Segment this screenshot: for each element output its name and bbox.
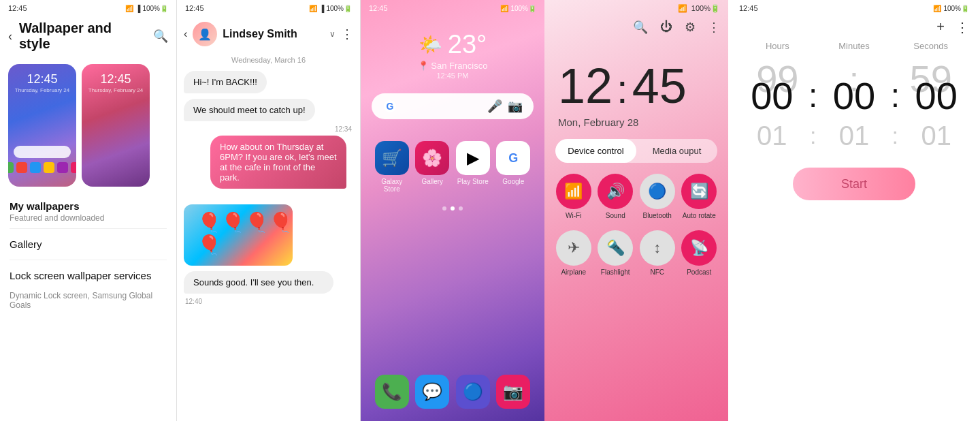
app-google[interactable]: G Google xyxy=(496,141,532,193)
back-button-1[interactable]: ‹ xyxy=(8,29,12,44)
timer-start-label: Start xyxy=(841,177,867,191)
google-icon: G xyxy=(496,141,530,175)
app-samsung[interactable]: 🔵 xyxy=(455,375,491,409)
preview-date-left: Thursday, February 24 xyxy=(15,87,69,93)
app-camera[interactable]: 📷 xyxy=(496,375,532,409)
balloons-emoji: 🎈🎈🎈🎈🎈 xyxy=(197,211,293,256)
preview-left[interactable]: 12:45 Thursday, February 24 xyxy=(8,64,76,187)
msg-time-2: 12:39 xyxy=(177,193,360,202)
msg-back-button[interactable]: ‹ xyxy=(184,28,187,40)
quick-flashlight[interactable]: 🔦 Flashlight xyxy=(598,230,634,276)
status-bar-3: 12:45 📶 100%🔋 xyxy=(361,0,544,16)
timer-add-button[interactable]: + xyxy=(936,19,945,35)
weather-temp: 23° xyxy=(448,30,487,59)
timer-status-icons: 📶 100%🔋 xyxy=(933,5,969,12)
lock-wifi-icon: 📶 xyxy=(678,4,687,13)
wifi-icon-2: 📶 xyxy=(309,5,317,12)
tab-device-control[interactable]: Device control xyxy=(555,139,636,163)
galaxy-store-label: Galaxy Store xyxy=(374,178,410,193)
timer-next-hours: 01 xyxy=(739,121,805,151)
phone-icon: 📞 xyxy=(375,375,409,409)
preview-search-left xyxy=(14,146,71,158)
msg-more-button[interactable]: ⋮ xyxy=(341,27,353,42)
quick-autorotate[interactable]: 🔄 Auto rotate xyxy=(681,174,718,219)
quick-airplane[interactable]: ✈ Airplane xyxy=(555,230,592,276)
preview-right[interactable]: 12:45 Thursday, February 24 xyxy=(82,64,150,187)
quick-sound[interactable]: 🔊 Sound xyxy=(598,174,634,219)
lens-icon[interactable]: 📷 xyxy=(508,99,523,114)
quick-podcast-label: Podcast xyxy=(687,268,711,276)
galaxy-store-icon: 🛒 xyxy=(375,141,409,175)
lock-date: Mon, February 28 xyxy=(544,114,728,128)
gallery-menu-item[interactable]: Gallery xyxy=(0,229,176,260)
search-button-1[interactable]: 🔍 xyxy=(153,29,168,44)
lockscreen-menu-item[interactable]: Lock screen wallpaper services xyxy=(0,260,176,291)
app-phone[interactable]: 📞 xyxy=(374,375,410,409)
messages-container: Wednesday, March 16 Hi~! I'm BACK!!! We … xyxy=(177,52,360,421)
timer-next-minutes: 01 xyxy=(821,121,887,151)
mini-icon-1 xyxy=(8,162,14,173)
lock-hour: 12 xyxy=(558,58,612,114)
timer-more-button[interactable]: ⋮ xyxy=(956,19,969,35)
mic-icon[interactable]: 🎤 xyxy=(487,99,502,114)
col-minutes-label: Minutes xyxy=(816,41,893,51)
battery-icon-2: 100%🔋 xyxy=(326,5,352,12)
preview-date-right: Thursday, February 24 xyxy=(88,87,143,93)
quick-autorotate-circle: 🔄 xyxy=(681,174,717,209)
app-gallery[interactable]: 🌸 Gallery xyxy=(415,141,451,193)
my-wallpapers-sub: Featured and downloaded xyxy=(0,213,176,228)
lock-quick-icons-row2: ✈ Airplane 🔦 Flashlight ↕ NFC 📡 Podcast xyxy=(544,230,728,287)
lock-settings-icon[interactable]: ⚙ xyxy=(685,20,696,35)
play-store-icon: ▶ xyxy=(456,141,490,175)
timer-main-colon1: : xyxy=(805,77,821,114)
lock-more-icon[interactable]: ⋮ xyxy=(708,20,720,35)
quick-bluetooth-label: Bluetooth xyxy=(643,212,672,219)
timer-battery-icon: 100%🔋 xyxy=(943,5,969,12)
weather-row: 🌤️ 23° xyxy=(419,30,487,59)
messages-icon: 💬 xyxy=(415,375,449,409)
panel-header-1: ‹ Wallpaper and style 🔍 xyxy=(0,16,176,59)
msg-bubble-4: Sounds good. I'll see you then. xyxy=(184,271,333,294)
quick-podcast[interactable]: 📡 Podcast xyxy=(681,230,718,276)
lock-quick-icons-row1: 📶 Wi-Fi 🔊 Sound 🔵 Bluetooth 🔄 Auto rotat… xyxy=(544,163,728,230)
app-messages[interactable]: 💬 xyxy=(415,375,451,409)
quick-airplane-circle: ✈ xyxy=(556,230,591,266)
contact-chevron-icon[interactable]: ∨ xyxy=(329,29,336,39)
weather-widget: 🌤️ 23° 📍 San Francisco 12:45 PM xyxy=(361,30,544,80)
lock-battery-icon: 100%🔋 xyxy=(691,4,720,13)
app-play-store[interactable]: ▶ Play Store xyxy=(455,141,491,193)
tab-media-output[interactable]: Media ouput xyxy=(636,139,717,163)
timer-main-colon2: : xyxy=(887,77,903,114)
lock-power-icon[interactable]: ⏻ xyxy=(660,20,672,35)
lock-search-icon[interactable]: 🔍 xyxy=(633,20,648,35)
msg-bubble-2: We should meet to catch up! xyxy=(184,99,315,121)
quick-flashlight-circle: 🔦 xyxy=(598,230,633,266)
mini-icon-3 xyxy=(30,162,41,173)
msg-bubble-3: How about on Thursday at 6PM? If you are… xyxy=(210,136,346,189)
my-wallpapers-label: My wallpapers xyxy=(0,192,176,213)
quick-wifi[interactable]: 📶 Wi-Fi xyxy=(555,174,592,219)
quick-podcast-circle: 📡 xyxy=(681,230,717,266)
quick-bluetooth[interactable]: 🔵 Bluetooth xyxy=(639,174,676,219)
timer-start-button[interactable]: Start xyxy=(793,168,915,200)
battery-icon: 100%🔋 xyxy=(142,5,168,12)
weather-city: 📍 San Francisco xyxy=(418,61,488,71)
home-app-grid: 🛒 Galaxy Store 🌸 Gallery ▶ Play Store G … xyxy=(361,130,544,204)
lockscreen-sub: Dynamic Lock screen, Samsung Global Goal… xyxy=(0,291,176,315)
quick-sound-circle: 🔊 xyxy=(598,174,633,209)
time-1: 12:45 xyxy=(8,4,27,12)
status-icons-2: 📶 ▐ 100%🔋 xyxy=(309,5,352,12)
time-2: 12:45 xyxy=(185,4,204,12)
timer-main-seconds: 00 xyxy=(903,74,969,118)
gallery-label: Gallery xyxy=(421,178,443,185)
quick-nfc[interactable]: ↕ NFC xyxy=(639,230,676,276)
app-galaxy-store[interactable]: 🛒 Galaxy Store xyxy=(374,141,410,193)
dot-2 xyxy=(451,206,455,210)
msg-date-label: Wednesday, March 16 xyxy=(177,52,360,68)
google-label: Google xyxy=(502,178,524,185)
col-seconds-label: Seconds xyxy=(892,41,969,51)
status-bar-1: 12:45 📶 ▐ 100%🔋 xyxy=(0,0,176,16)
msg-image: 🎈🎈🎈🎈🎈 xyxy=(184,204,293,266)
home-search-bar[interactable]: G 🎤 📷 xyxy=(372,93,534,119)
mini-icon-6 xyxy=(71,162,76,173)
